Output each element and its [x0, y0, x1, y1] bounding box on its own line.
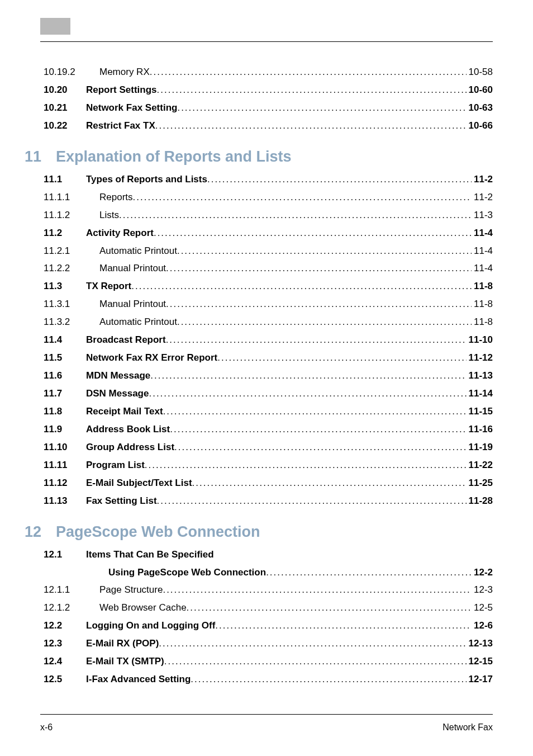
toc-entry-title: Group Address List: [86, 441, 174, 454]
chapter-number: 11: [25, 148, 56, 166]
toc-entry: 11.13Fax Setting List11-28: [40, 495, 493, 508]
toc-entry-page: 11-25: [467, 477, 493, 490]
toc-leader-dots: [215, 620, 472, 632]
toc-leader-dots: [119, 209, 472, 222]
toc-entry-page: 11-16: [467, 423, 493, 436]
toc-leader-dots: [164, 655, 467, 668]
toc-entry-title: Page Structure: [86, 584, 163, 597]
toc-entry: 11.5Network Fax RX Error Report11-12: [40, 352, 493, 365]
toc-entry-title: Reports: [86, 191, 133, 204]
toc-entry-number: 11.6: [40, 370, 86, 382]
toc-entry: 10.21Network Fax Setting10-63: [40, 102, 493, 115]
toc-entry: 11.2.1Automatic Printout11-4: [40, 245, 493, 258]
toc-entry: 10.20Report Settings10-60: [40, 84, 493, 97]
toc-entry-title: Manual Printout: [86, 262, 166, 275]
toc-entry-title: MDN Message: [86, 370, 150, 382]
toc-entry-page: 12-3: [472, 584, 493, 597]
toc-entry-page: 11-14: [467, 388, 493, 400]
toc-entry-page: 11-10: [467, 334, 493, 347]
toc-entry: Using PageScope Web Connection12-2: [40, 566, 493, 579]
toc-entry-number: 11.2.1: [40, 245, 86, 258]
toc-entry-body: Items That Can Be Specified: [86, 549, 493, 561]
toc-entry-number: 11.2.2: [40, 262, 86, 275]
toc-entry: 11.12E-Mail Subject/Text List11-25: [40, 477, 493, 490]
toc-entry-number: 12.2: [40, 620, 86, 632]
toc-entry-body: Group Address List: [86, 441, 467, 454]
toc-entry-number: 11.3.2: [40, 316, 86, 329]
toc-entry-title: Logging On and Logging Off: [86, 620, 215, 632]
chapter-title: PageScope Web Connection: [56, 523, 260, 541]
toc-content: 10.19.2Memory RX10-5810.20Report Setting…: [40, 66, 493, 686]
toc-entry-page: 11-28: [467, 495, 493, 508]
toc-entry-page: 12-5: [472, 602, 493, 615]
toc-entry-page: 11-8: [472, 280, 493, 293]
toc-entry-page: 11-3: [472, 209, 493, 222]
toc-entry-body: I-Fax Advanced Setting: [86, 673, 467, 686]
toc-entry: 11.10Group Address List11-19: [40, 441, 493, 454]
toc-leader-dots: [266, 566, 472, 579]
toc-leader-dots: [159, 637, 466, 650]
toc-entry-body: Broadcast Report: [86, 334, 467, 347]
toc-entry-title: E-Mail Subject/Text List: [86, 477, 192, 490]
toc-entry-number: 11.1.2: [40, 209, 86, 222]
toc-leader-dots: [207, 173, 472, 186]
toc-entry-title: Using PageScope Web Connection: [86, 566, 266, 579]
toc-entry-body: Activity Report: [86, 227, 472, 240]
toc-leader-dots: [157, 84, 467, 97]
toc-entry: 11.2Activity Report11-4: [40, 227, 493, 240]
toc-entry-body: TX Report: [86, 280, 472, 293]
toc-entry-page: 10-63: [467, 102, 493, 115]
toc-entry-body: Manual Printout: [86, 298, 472, 311]
toc-entry: 11.11Program List11-22: [40, 459, 493, 472]
toc-entry: 12.1.1Page Structure12-3: [40, 584, 493, 597]
toc-entry-number: 10.22: [40, 120, 86, 133]
toc-entry-title: DSN Message: [86, 388, 149, 400]
toc-entry-page: 11-22: [467, 459, 493, 472]
toc-entry-body: Using PageScope Web Connection: [86, 566, 472, 579]
toc-entry-page: 11-13: [467, 370, 493, 382]
toc-leader-dots: [191, 673, 466, 686]
toc-entry-number: 11.12: [40, 477, 86, 490]
toc-leader-dots: [166, 334, 467, 347]
toc-entry-number: 12.1.2: [40, 602, 86, 615]
toc-leader-dots: [149, 388, 466, 400]
toc-entry-page: 11-8: [472, 316, 493, 329]
toc-entry-body: Types of Reports and Lists: [86, 173, 472, 186]
toc-entry: 11.1.2Lists11-3: [40, 209, 493, 222]
toc-entry-body: Restrict Fax TX: [86, 120, 467, 133]
toc-entry-body: Web Browser Cache: [86, 602, 472, 615]
toc-leader-dots: [177, 316, 472, 329]
toc-entry-number: 11.11: [40, 459, 86, 472]
toc-entry-page: 10-58: [467, 66, 493, 79]
toc-leader-dots: [166, 298, 472, 311]
toc-entry-number: 12.5: [40, 673, 86, 686]
toc-entry-number: 10.19.2: [40, 66, 86, 79]
toc-leader-dots: [150, 370, 466, 382]
toc-entry-number: 12.1.1: [40, 584, 86, 597]
page-number: x-6: [40, 722, 53, 733]
toc-entry-page: 11-19: [467, 441, 493, 454]
toc-entry-number: 11.4: [40, 334, 86, 347]
toc-entry-body: Page Structure: [86, 584, 472, 597]
toc-entry: 11.6MDN Message11-13: [40, 370, 493, 382]
toc-entry-body: Program List: [86, 459, 467, 472]
toc-entry-title: Network Fax Setting: [86, 102, 177, 115]
toc-entry-title: Automatic Printout: [86, 245, 177, 258]
toc-entry-title: Fax Setting List: [86, 495, 157, 508]
toc-entry-body: E-Mail RX (POP): [86, 637, 467, 650]
footer: x-6 Network Fax: [40, 722, 493, 733]
toc-entry-number: 11.1.1: [40, 191, 86, 204]
toc-entry-number: 11.3: [40, 280, 86, 293]
toc-entry-title: Program List: [86, 459, 145, 472]
toc-entry-title: Address Book List: [86, 423, 170, 436]
toc-leader-dots: [163, 584, 472, 597]
toc-leader-dots: [150, 66, 467, 79]
toc-entry-page: 12-13: [467, 637, 493, 650]
toc-entry-number: 10.20: [40, 84, 86, 97]
toc-entry-title: Restrict Fax TX: [86, 120, 155, 133]
toc-entry-page: 11-4: [472, 245, 493, 258]
toc-entry-number: 11.3.1: [40, 298, 86, 311]
toc-entry-title: Broadcast Report: [86, 334, 166, 347]
toc-entry-body: Automatic Printout: [86, 316, 472, 329]
toc-leader-dots: [217, 352, 466, 365]
